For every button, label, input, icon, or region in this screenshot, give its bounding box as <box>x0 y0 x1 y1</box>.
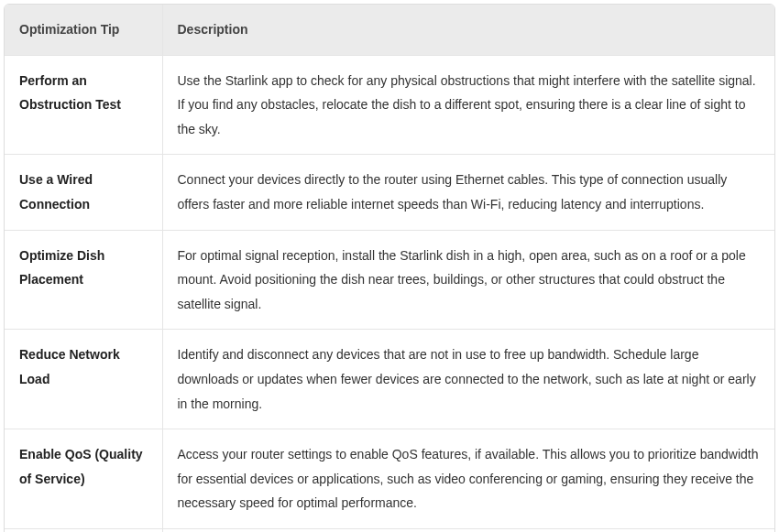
row-desc: Use the Starlink app to check for any ph… <box>162 55 774 155</box>
row-desc: Access your router settings to enable Qo… <box>162 429 774 529</box>
table-row: Enable QoS (Quality of Service) Access y… <box>5 429 774 529</box>
header-desc: Description <box>162 5 774 55</box>
table-row: Reduce Network Load Identify and disconn… <box>5 330 774 429</box>
row-tip: Regularly Restart Equipment <box>5 528 162 532</box>
row-desc: Identify and disconnect any devices that… <box>162 330 774 429</box>
row-tip: Use a Wired Connection <box>5 155 162 230</box>
row-desc: Make it a habit to restart your Starlink… <box>162 528 774 532</box>
table-row: Regularly Restart Equipment Make it a ha… <box>5 528 774 532</box>
optimization-table-container: Optimization Tip Description Perform an … <box>4 4 775 532</box>
table-header-row: Optimization Tip Description <box>5 5 774 55</box>
header-tip: Optimization Tip <box>5 5 162 55</box>
table-row: Optimize Dish Placement For optimal sign… <box>5 230 774 330</box>
row-tip: Enable QoS (Quality of Service) <box>5 429 162 529</box>
optimization-table: Optimization Tip Description Perform an … <box>5 5 774 532</box>
row-desc: Connect your devices directly to the rou… <box>162 155 774 230</box>
table-row: Use a Wired Connection Connect your devi… <box>5 155 774 230</box>
table-row: Perform an Obstruction Test Use the Star… <box>5 55 774 155</box>
row-tip: Optimize Dish Placement <box>5 230 162 330</box>
row-tip: Reduce Network Load <box>5 330 162 429</box>
row-tip: Perform an Obstruction Test <box>5 55 162 155</box>
row-desc: For optimal signal reception, install th… <box>162 230 774 330</box>
